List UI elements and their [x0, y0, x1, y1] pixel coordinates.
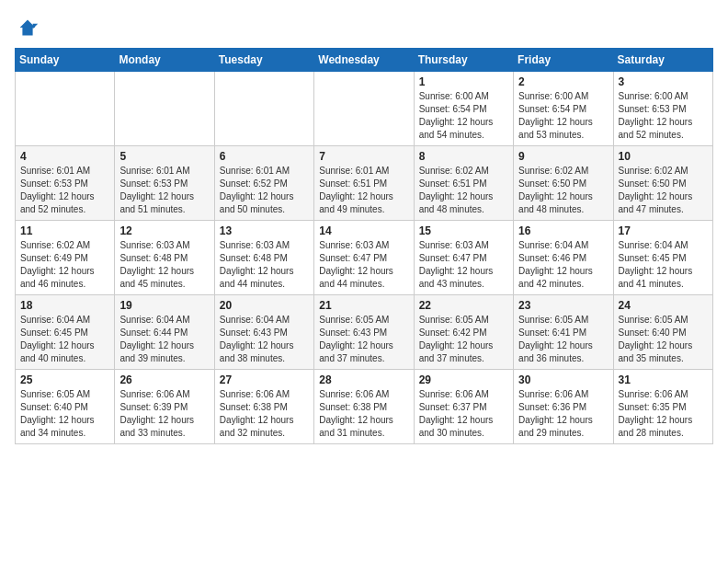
calendar-cell: 24Sunrise: 6:05 AM Sunset: 6:40 PM Dayli… [613, 295, 712, 370]
day-info: Sunrise: 6:05 AM Sunset: 6:41 PM Dayligh… [518, 314, 608, 365]
calendar-cell: 9Sunrise: 6:02 AM Sunset: 6:50 PM Daylig… [514, 146, 613, 221]
day-number: 24 [619, 299, 708, 312]
day-info: Sunrise: 6:03 AM Sunset: 6:48 PM Dayligh… [119, 239, 209, 291]
day-number: 15 [419, 224, 508, 237]
day-info: Sunrise: 6:01 AM Sunset: 6:53 PM Dayligh… [119, 165, 209, 216]
day-info: Sunrise: 6:04 AM Sunset: 6:45 PM Dayligh… [619, 239, 708, 291]
logo [15, 15, 44, 40]
calendar-cell [214, 72, 313, 146]
calendar-cell: 7Sunrise: 6:01 AM Sunset: 6:51 PM Daylig… [314, 146, 414, 221]
day-number: 13 [220, 224, 309, 237]
day-info: Sunrise: 6:01 AM Sunset: 6:51 PM Dayligh… [319, 165, 408, 216]
calendar-cell: 6Sunrise: 6:01 AM Sunset: 6:52 PM Daylig… [214, 146, 313, 221]
day-number: 18 [20, 299, 109, 312]
col-header-monday: Monday [115, 49, 214, 72]
day-number: 21 [319, 299, 408, 312]
day-info: Sunrise: 6:06 AM Sunset: 6:38 PM Dayligh… [220, 388, 309, 440]
day-number: 8 [419, 150, 508, 163]
day-number: 3 [619, 75, 708, 88]
col-header-tuesday: Tuesday [214, 49, 313, 72]
day-number: 19 [119, 299, 209, 312]
calendar-cell: 10Sunrise: 6:02 AM Sunset: 6:50 PM Dayli… [613, 146, 712, 221]
day-info: Sunrise: 6:05 AM Sunset: 6:40 PM Dayligh… [20, 388, 109, 440]
day-info: Sunrise: 6:00 AM Sunset: 6:54 PM Dayligh… [518, 90, 608, 142]
day-info: Sunrise: 6:00 AM Sunset: 6:53 PM Dayligh… [619, 90, 708, 142]
calendar-week-2: 4Sunrise: 6:01 AM Sunset: 6:53 PM Daylig… [16, 146, 713, 221]
day-info: Sunrise: 6:04 AM Sunset: 6:45 PM Dayligh… [20, 314, 109, 365]
day-number: 10 [619, 150, 708, 163]
day-info: Sunrise: 6:05 AM Sunset: 6:40 PM Dayligh… [619, 314, 708, 365]
day-info: Sunrise: 6:02 AM Sunset: 6:50 PM Dayligh… [619, 165, 708, 216]
day-number: 20 [220, 299, 309, 312]
day-number: 27 [220, 373, 309, 386]
calendar-week-3: 11Sunrise: 6:02 AM Sunset: 6:49 PM Dayli… [16, 221, 713, 295]
calendar-cell: 29Sunrise: 6:06 AM Sunset: 6:37 PM Dayli… [414, 370, 513, 444]
calendar-cell: 11Sunrise: 6:02 AM Sunset: 6:49 PM Dayli… [16, 221, 115, 295]
day-number: 28 [319, 373, 408, 386]
calendar-cell [115, 72, 214, 146]
calendar-cell: 17Sunrise: 6:04 AM Sunset: 6:45 PM Dayli… [613, 221, 712, 295]
day-number: 31 [619, 373, 708, 386]
col-header-thursday: Thursday [414, 49, 513, 72]
col-header-friday: Friday [514, 49, 613, 72]
calendar-cell: 31Sunrise: 6:06 AM Sunset: 6:35 PM Dayli… [613, 370, 712, 444]
day-number: 2 [518, 75, 608, 88]
calendar-cell: 3Sunrise: 6:00 AM Sunset: 6:53 PM Daylig… [613, 72, 712, 146]
day-info: Sunrise: 6:01 AM Sunset: 6:53 PM Dayligh… [20, 165, 109, 216]
day-info: Sunrise: 6:06 AM Sunset: 6:39 PM Dayligh… [119, 388, 209, 440]
day-number: 9 [518, 150, 608, 163]
day-info: Sunrise: 6:00 AM Sunset: 6:54 PM Dayligh… [419, 90, 508, 142]
day-info: Sunrise: 6:03 AM Sunset: 6:48 PM Dayligh… [220, 239, 309, 291]
day-number: 6 [220, 150, 309, 163]
calendar-cell: 20Sunrise: 6:04 AM Sunset: 6:43 PM Dayli… [214, 295, 313, 370]
day-info: Sunrise: 6:04 AM Sunset: 6:46 PM Dayligh… [518, 239, 608, 291]
calendar-cell: 18Sunrise: 6:04 AM Sunset: 6:45 PM Dayli… [16, 295, 115, 370]
day-info: Sunrise: 6:06 AM Sunset: 6:37 PM Dayligh… [419, 388, 508, 440]
calendar-cell: 4Sunrise: 6:01 AM Sunset: 6:53 PM Daylig… [16, 146, 115, 221]
calendar-week-4: 18Sunrise: 6:04 AM Sunset: 6:45 PM Dayli… [16, 295, 713, 370]
calendar-cell: 27Sunrise: 6:06 AM Sunset: 6:38 PM Dayli… [214, 370, 313, 444]
day-info: Sunrise: 6:06 AM Sunset: 6:35 PM Dayligh… [619, 388, 708, 440]
calendar-cell: 13Sunrise: 6:03 AM Sunset: 6:48 PM Dayli… [214, 221, 313, 295]
calendar-week-5: 25Sunrise: 6:05 AM Sunset: 6:40 PM Dayli… [16, 370, 713, 444]
day-number: 29 [419, 373, 508, 386]
col-header-wednesday: Wednesday [314, 49, 414, 72]
calendar-cell: 15Sunrise: 6:03 AM Sunset: 6:47 PM Dayli… [414, 221, 513, 295]
day-number: 4 [20, 150, 109, 163]
day-info: Sunrise: 6:05 AM Sunset: 6:42 PM Dayligh… [419, 314, 508, 365]
day-number: 16 [518, 224, 608, 237]
col-header-sunday: Sunday [16, 49, 115, 72]
day-number: 7 [319, 150, 408, 163]
calendar-week-1: 1Sunrise: 6:00 AM Sunset: 6:54 PM Daylig… [16, 72, 713, 146]
day-info: Sunrise: 6:04 AM Sunset: 6:44 PM Dayligh… [119, 314, 209, 365]
day-number: 23 [518, 299, 608, 312]
day-number: 5 [119, 150, 209, 163]
day-info: Sunrise: 6:04 AM Sunset: 6:43 PM Dayligh… [220, 314, 309, 365]
col-header-saturday: Saturday [613, 49, 712, 72]
calendar-cell: 12Sunrise: 6:03 AM Sunset: 6:48 PM Dayli… [115, 221, 214, 295]
day-info: Sunrise: 6:01 AM Sunset: 6:52 PM Dayligh… [220, 165, 309, 216]
day-number: 17 [619, 224, 708, 237]
day-info: Sunrise: 6:06 AM Sunset: 6:36 PM Dayligh… [518, 388, 608, 440]
svg-marker-2 [33, 24, 39, 29]
calendar-cell: 19Sunrise: 6:04 AM Sunset: 6:44 PM Dayli… [115, 295, 214, 370]
calendar-cell: 2Sunrise: 6:00 AM Sunset: 6:54 PM Daylig… [514, 72, 613, 146]
calendar-cell: 30Sunrise: 6:06 AM Sunset: 6:36 PM Dayli… [514, 370, 613, 444]
day-number: 11 [20, 224, 109, 237]
day-number: 1 [419, 75, 508, 88]
day-info: Sunrise: 6:02 AM Sunset: 6:51 PM Dayligh… [419, 165, 508, 216]
day-number: 14 [319, 224, 408, 237]
day-info: Sunrise: 6:03 AM Sunset: 6:47 PM Dayligh… [319, 239, 408, 291]
calendar-cell [16, 72, 115, 146]
calendar-cell: 5Sunrise: 6:01 AM Sunset: 6:53 PM Daylig… [115, 146, 214, 221]
day-number: 22 [419, 299, 508, 312]
calendar-cell: 26Sunrise: 6:06 AM Sunset: 6:39 PM Dayli… [115, 370, 214, 444]
day-number: 30 [518, 373, 608, 386]
day-number: 25 [20, 373, 109, 386]
calendar-cell: 25Sunrise: 6:05 AM Sunset: 6:40 PM Dayli… [16, 370, 115, 444]
day-number: 26 [119, 373, 209, 386]
day-number: 12 [119, 224, 209, 237]
day-info: Sunrise: 6:05 AM Sunset: 6:43 PM Dayligh… [319, 314, 408, 365]
calendar-cell: 28Sunrise: 6:06 AM Sunset: 6:38 PM Dayli… [314, 370, 414, 444]
logo-icon [15, 15, 40, 40]
